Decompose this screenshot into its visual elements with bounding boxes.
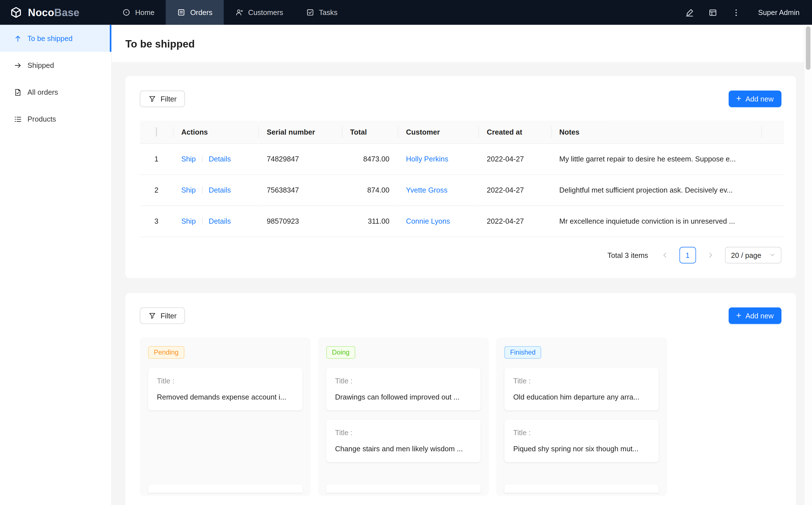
tasks-icon bbox=[306, 8, 314, 16]
select-all-checkbox[interactable] bbox=[156, 127, 157, 137]
details-action-link[interactable]: Details bbox=[209, 155, 231, 163]
ship-action-link[interactable]: Ship bbox=[181, 186, 196, 194]
plus-icon: + bbox=[736, 311, 741, 320]
kanban-card[interactable]: Title : Change stairs and men likely wis… bbox=[326, 419, 481, 462]
notes-cell: Mr excellence inquietude conviction is i… bbox=[551, 205, 761, 237]
action-divider bbox=[202, 155, 202, 163]
pagination-next-button[interactable] bbox=[702, 246, 719, 263]
add-new-button[interactable]: + Add new bbox=[728, 307, 782, 324]
row-index: 2 bbox=[140, 174, 173, 205]
add-new-button[interactable]: + Add new bbox=[728, 91, 782, 107]
card-field-label: Title : bbox=[513, 427, 650, 438]
pagination-page-1-button[interactable]: 1 bbox=[679, 246, 696, 263]
kanban-card[interactable]: Title : Drawings can followed improved o… bbox=[326, 368, 481, 410]
customer-link[interactable]: Yvette Gross bbox=[406, 186, 447, 194]
sidebar-item-to-be-shipped[interactable]: To be shipped bbox=[0, 25, 112, 52]
ship-action-link[interactable]: Ship bbox=[181, 217, 196, 225]
pagination-prev-button[interactable] bbox=[656, 246, 673, 263]
ship-action-link[interactable]: Ship bbox=[181, 155, 196, 163]
kanban-card[interactable]: Title : Removed demands expense account … bbox=[148, 368, 302, 410]
customer-cell: Connie Lyons bbox=[398, 205, 479, 237]
total-cell: 874.00 bbox=[342, 174, 398, 205]
serial-cell: 98570923 bbox=[258, 205, 342, 237]
column-header-actions: Actions bbox=[173, 121, 258, 143]
card-title: Piqued shy spring nor six though mut... bbox=[513, 443, 650, 454]
database-icon[interactable] bbox=[708, 8, 718, 17]
home-icon bbox=[122, 8, 130, 16]
actions-cell: ShipDetails bbox=[173, 174, 258, 205]
navbar-actions: Super Admin bbox=[685, 0, 812, 25]
pagination-total: Total 3 items bbox=[607, 251, 648, 259]
nav-item-orders[interactable]: Orders bbox=[166, 0, 224, 25]
table-row: 2 ShipDetails 75638347 874.00 Yvette Gro… bbox=[140, 174, 784, 205]
add-new-button-label: Add new bbox=[746, 95, 774, 103]
pagination: Total 3 items 1 20 / page bbox=[140, 246, 782, 263]
arrow-right-icon bbox=[14, 61, 22, 69]
nav-item-customers[interactable]: Customers bbox=[224, 0, 294, 25]
sidebar: To be shipped Shipped All orders Product… bbox=[0, 25, 112, 505]
customer-link[interactable]: Connie Lyons bbox=[406, 217, 450, 225]
card-title: Drawings can followed improved out ... bbox=[335, 392, 471, 402]
sidebar-item-all-orders[interactable]: All orders bbox=[0, 78, 112, 106]
filter-icon bbox=[148, 311, 156, 320]
scrollbar-thumb[interactable] bbox=[806, 26, 810, 70]
row-index: 1 bbox=[140, 143, 173, 174]
kanban-card[interactable]: Title : Piqued shy spring nor six though… bbox=[505, 419, 659, 462]
column-header-notes: Notes bbox=[551, 121, 761, 143]
column-header-created-at: Created at bbox=[479, 121, 551, 143]
serial-cell: 75638347 bbox=[258, 174, 342, 205]
page-title: To be shipped bbox=[125, 38, 799, 50]
column-header-customer: Customer bbox=[398, 121, 479, 143]
page-size-select[interactable]: 20 / page bbox=[725, 246, 782, 263]
arrow-up-icon bbox=[14, 34, 22, 42]
nocobase-logo-icon bbox=[9, 6, 23, 19]
action-divider bbox=[202, 186, 202, 194]
sidebar-item-shipped[interactable]: Shipped bbox=[0, 52, 112, 78]
scrollbar-track[interactable] bbox=[804, 25, 812, 505]
kanban-card-partial[interactable] bbox=[326, 484, 481, 492]
logo-text: NocoBase bbox=[28, 6, 80, 18]
customer-link[interactable]: Holly Perkins bbox=[406, 155, 448, 163]
status-badge-pending: Pending bbox=[148, 346, 184, 358]
filter-button[interactable]: Filter bbox=[140, 307, 185, 324]
app-body: To be shipped Shipped All orders Product… bbox=[0, 25, 812, 505]
nav-item-home[interactable]: Home bbox=[111, 0, 166, 25]
filter-button-label: Filter bbox=[160, 312, 176, 319]
kanban-card-partial[interactable] bbox=[505, 484, 659, 492]
kanban-column-finished: Finished Title : Old education him depar… bbox=[496, 337, 667, 496]
orders-table-block: Filter + Add new bbox=[125, 76, 796, 278]
card-title: Removed demands expense account i... bbox=[157, 392, 294, 402]
filter-button[interactable]: Filter bbox=[140, 91, 185, 107]
tasks-kanban-block: Filter + Add new Pending Title : Re bbox=[125, 293, 796, 505]
list-icon bbox=[14, 115, 22, 123]
kanban-card[interactable]: Title : Old education him departure any … bbox=[505, 368, 659, 410]
chevron-down-icon bbox=[770, 252, 775, 258]
created-at-cell: 2022-04-27 bbox=[479, 205, 551, 237]
kanban-card-partial[interactable] bbox=[148, 484, 302, 492]
card-field-label: Title : bbox=[335, 375, 471, 386]
logo[interactable]: NocoBase bbox=[0, 0, 111, 25]
customers-icon bbox=[235, 8, 243, 16]
tasks-toolbar: Filter + Add new bbox=[140, 307, 782, 324]
actions-cell: ShipDetails bbox=[173, 143, 258, 174]
nav-item-label: Orders bbox=[190, 8, 212, 16]
kanban-column-doing: Doing Title : Drawings can followed impr… bbox=[318, 337, 489, 496]
app-window: NocoBase Home Orders Customers bbox=[0, 0, 812, 505]
sidebar-item-products[interactable]: Products bbox=[0, 106, 112, 132]
sidebar-item-label: All orders bbox=[27, 88, 58, 96]
empty-cell bbox=[761, 174, 784, 205]
filter-icon bbox=[148, 95, 156, 103]
card-field-label: Title : bbox=[157, 375, 294, 386]
logo-text-secondary: Base bbox=[54, 6, 80, 18]
details-action-link[interactable]: Details bbox=[209, 186, 231, 194]
details-action-link[interactable]: Details bbox=[209, 217, 231, 225]
page-size-value: 20 / page bbox=[731, 251, 761, 259]
page-content: Filter + Add new bbox=[112, 62, 812, 505]
card-field-label: Title : bbox=[335, 427, 471, 438]
logo-text-primary: Noco bbox=[28, 6, 54, 18]
empty-cell bbox=[761, 205, 784, 237]
more-options-icon[interactable] bbox=[732, 8, 741, 17]
ui-editor-highlighter-icon[interactable] bbox=[685, 8, 694, 17]
nav-item-tasks[interactable]: Tasks bbox=[294, 0, 349, 25]
user-menu[interactable]: Super Admin bbox=[758, 8, 800, 16]
